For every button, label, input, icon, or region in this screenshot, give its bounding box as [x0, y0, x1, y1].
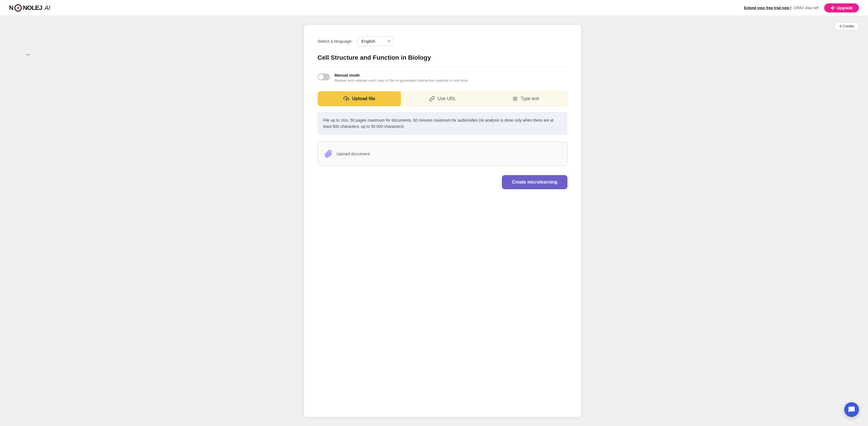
logo: N NOLEJ AI [9, 4, 50, 11]
chat-bubble[interactable] [844, 402, 859, 417]
rocket-icon [830, 6, 835, 10]
back-button[interactable]: ← [26, 51, 32, 58]
language-row: Select a language: English French Spanis… [317, 36, 567, 46]
tab-upload-label: Upload file [352, 96, 375, 101]
trial-text: Extend your free trial now ! -19562 days… [744, 6, 818, 10]
upload-icon [343, 96, 349, 101]
navbar-right: Extend your free trial now ! -19562 days… [744, 3, 859, 12]
chat-icon [848, 406, 855, 413]
tab-upload[interactable]: Upload file [318, 91, 401, 106]
paperclip-icon [324, 150, 333, 158]
lines-icon [512, 96, 518, 101]
module-title: Cell Structure and Function in Biology [317, 54, 567, 67]
info-box: File up to 1Go, 50 pages maximum for doc… [317, 112, 567, 135]
language-label: Select a language: [317, 39, 352, 43]
main-card: Select a language: English French Spanis… [304, 25, 581, 417]
upgrade-button[interactable]: Upgrade [824, 3, 859, 12]
tab-text[interactable]: Type text [484, 91, 567, 106]
manual-mode-description: Review and validate each step of the AI-… [335, 78, 469, 83]
manual-mode-toggle[interactable] [317, 73, 330, 80]
tab-url[interactable]: Use URL [401, 91, 484, 106]
tab-url-label: Use URL [438, 96, 456, 101]
upload-area[interactable]: Upload document [317, 142, 567, 166]
create-microlearning-button[interactable]: Create microlearning [502, 175, 567, 189]
logo-icon [14, 4, 22, 11]
manual-mode-row: Manual mode Review and validate each ste… [317, 73, 567, 83]
credits-badge: 4 Credits [835, 22, 859, 30]
create-btn-row: Create microlearning [317, 175, 567, 189]
toggle-slider [317, 73, 330, 80]
tab-text-label: Type text [521, 96, 539, 101]
upload-placeholder: Upload document [337, 151, 370, 156]
link-icon [429, 96, 435, 101]
manual-mode-text: Manual mode Review and validate each ste… [335, 73, 469, 83]
tab-row: Upload file Use URL Type text [317, 91, 567, 106]
manual-mode-title: Manual mode [335, 73, 469, 78]
language-select[interactable]: English French Spanish German Italian Po… [357, 36, 394, 46]
main-area: Select a language: English French Spanis… [0, 16, 868, 426]
navbar: N NOLEJ AI Extend your free trial now ! … [0, 0, 868, 16]
trial-link[interactable]: Extend your free trial now ! [744, 6, 792, 10]
trial-days: -19562 days left [793, 6, 819, 10]
